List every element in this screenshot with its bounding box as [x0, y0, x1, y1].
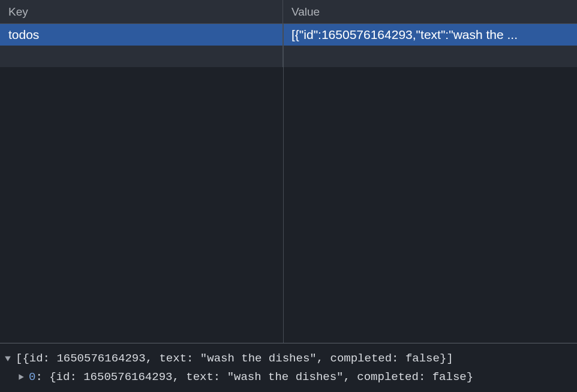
storage-table: Key Value todos [{"id":1650576164293,"te…	[0, 0, 577, 343]
preview-line-item[interactable]: 0: {id: 1650576164293, text: "wash the d…	[4, 368, 573, 386]
table-row[interactable]: todos [{"id":1650576164293,"text":"wash …	[0, 24, 577, 46]
table-row-empty	[0, 46, 577, 67]
preview-item-text: 0: {id: 1650576164293, text: "wash the d…	[29, 368, 473, 386]
preview-line-root[interactable]: [{id: 1650576164293, text: "wash the dis…	[4, 349, 573, 367]
preview-panel: [{id: 1650576164293, text: "wash the dis…	[0, 343, 577, 392]
table-body: todos [{"id":1650576164293,"text":"wash …	[0, 24, 577, 343]
column-divider[interactable]	[283, 24, 284, 343]
cell-key[interactable]: todos	[0, 24, 283, 46]
disclosure-triangle-closed-icon[interactable]	[17, 373, 25, 381]
preview-root-text: [{id: 1650576164293, text: "wash the dis…	[16, 349, 453, 367]
header-value[interactable]: Value	[283, 0, 577, 23]
disclosure-triangle-open-icon[interactable]	[4, 354, 12, 363]
header-key[interactable]: Key	[0, 0, 283, 23]
table-header: Key Value	[0, 0, 577, 24]
cell-value[interactable]: [{"id":1650576164293,"text":"wash the ..…	[283, 24, 577, 46]
